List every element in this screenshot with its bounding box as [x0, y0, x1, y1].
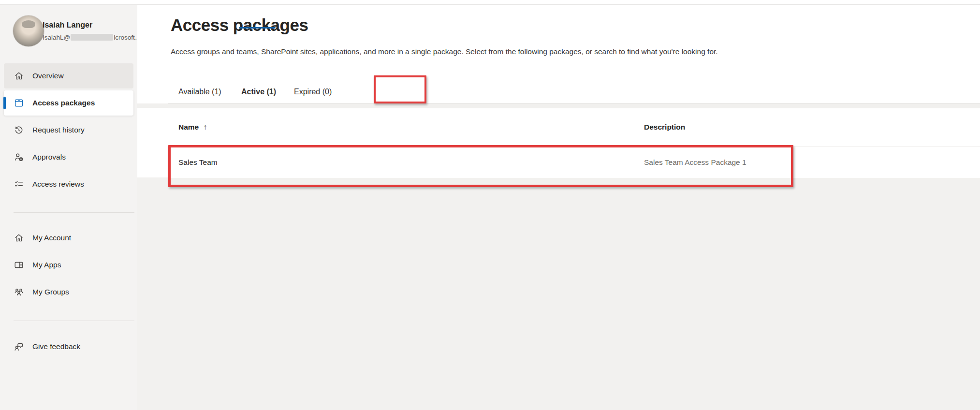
- sidebar-account-nav: My Account My Apps My Groups: [4, 225, 133, 307]
- sidebar-item-overview[interactable]: Overview: [4, 63, 133, 88]
- my-access-portal: Isaiah Langer IsaiahL@icrosoft… Overview…: [0, 0, 980, 410]
- page-title: Access packages: [171, 15, 308, 35]
- user-email-prefix: IsaiahL@: [43, 34, 70, 41]
- sidebar-divider: [14, 321, 134, 321]
- tab-available[interactable]: Available (1): [178, 80, 221, 103]
- person-approvals-icon: [14, 152, 24, 162]
- column-header-name[interactable]: Name ↑: [178, 108, 207, 146]
- sidebar-divider: [14, 212, 134, 213]
- sidebar-item-access-reviews[interactable]: Access reviews: [4, 172, 133, 197]
- section-gap: [137, 103, 980, 108]
- sidebar-item-give-feedback[interactable]: Give feedback: [4, 334, 133, 359]
- sidebar-item-approvals[interactable]: Approvals: [4, 145, 133, 170]
- people-icon: [14, 287, 24, 297]
- sort-ascending-icon: ↑: [203, 123, 207, 132]
- sidebar-item-label: Give feedback: [32, 342, 80, 351]
- email-redaction-blur: [71, 34, 113, 41]
- user-name: Isaiah Langer: [43, 21, 92, 29]
- tab-expired[interactable]: Expired (0): [294, 80, 332, 103]
- main-content: Access packages Access groups and teams,…: [137, 5, 980, 410]
- tab-active[interactable]: Active (1): [241, 80, 276, 103]
- sidebar-item-label: My Account: [32, 234, 71, 242]
- table-header-row: Name ↑ Description: [168, 108, 980, 146]
- content-background: [137, 177, 980, 410]
- checklist-icon: [14, 179, 24, 190]
- user-profile: Isaiah Langer IsaiahL@icrosoft…: [0, 5, 137, 58]
- avatar: [13, 15, 44, 47]
- annotation-box-active-tab: [374, 75, 426, 103]
- history-icon: [14, 125, 24, 135]
- sidebar-item-label: Access packages: [32, 99, 95, 107]
- sidebar-item-request-history[interactable]: Request history: [4, 117, 133, 143]
- sidebar-item-label: Access reviews: [32, 180, 84, 189]
- sidebar-item-label: My Apps: [32, 261, 61, 269]
- home-icon: [14, 71, 24, 81]
- sidebar-item-access-packages[interactable]: Access packages: [4, 90, 133, 116]
- sidebar-item-my-apps[interactable]: My Apps: [4, 252, 133, 278]
- column-header-description[interactable]: Description: [644, 108, 685, 146]
- page-subtitle: Access groups and teams, SharePoint site…: [171, 47, 848, 56]
- feedback-icon: [14, 341, 24, 352]
- sidebar-footer-nav: Give feedback: [4, 334, 133, 361]
- active-tab-underline: [239, 27, 276, 29]
- user-email: IsaiahL@icrosoft…: [43, 34, 141, 41]
- column-header-label: Description: [644, 123, 685, 132]
- access-package-icon: [14, 98, 24, 108]
- annotation-box-table-row: [168, 145, 793, 187]
- sidebar-item-label: Request history: [32, 126, 85, 134]
- home-icon: [14, 233, 24, 243]
- tab-list: Available (1) Active (1) Expired (0): [137, 80, 980, 103]
- sidebar-item-label: Approvals: [32, 153, 66, 161]
- apps-icon: [14, 260, 24, 270]
- sidebar-item-label: My Groups: [32, 288, 69, 296]
- sidebar-item-label: Overview: [32, 72, 64, 80]
- sidebar-item-my-account[interactable]: My Account: [4, 225, 133, 250]
- sidebar-primary-nav: Overview Access packages Request history…: [4, 63, 133, 199]
- sidebar: Isaiah Langer IsaiahL@icrosoft… Overview…: [0, 5, 137, 410]
- sidebar-item-my-groups[interactable]: My Groups: [4, 279, 133, 305]
- column-header-label: Name: [178, 123, 199, 132]
